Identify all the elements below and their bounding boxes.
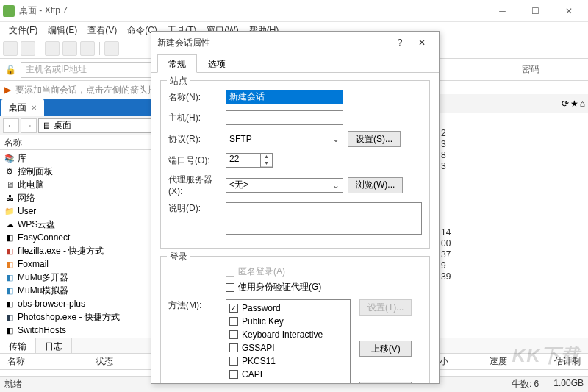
col-est[interactable]: 估计剩: [514, 355, 588, 368]
refresh-button[interactable]: ⟳: [562, 99, 569, 109]
home-button[interactable]: ⌂: [580, 99, 585, 109]
group-site: 站点 名称(N): 新建会话 主机(H): 协议(R): SFTP⌄ 设置(S)…: [160, 80, 430, 249]
group-label: 登录: [167, 251, 190, 263]
host-label: 主机(H):: [168, 112, 221, 124]
network-icon: 🖧: [4, 193, 15, 203]
minimize-button[interactable]: ─: [486, 1, 519, 21]
app-icon: ◧: [4, 259, 15, 269]
status-size: 1.00GB: [553, 378, 584, 391]
maximize-button[interactable]: ☐: [519, 1, 552, 21]
proxy-label: 代理服务器(X):: [168, 174, 221, 196]
status-ready: 就绪: [4, 378, 22, 391]
spin-down-icon[interactable]: ▼: [261, 160, 272, 167]
new-session-dialog: 新建会话属性 ? ✕ 常规 选项 站点 名称(N): 新建会话 主机(H): 协…: [151, 31, 440, 384]
app-icon: ◧: [4, 246, 15, 256]
col-speed[interactable]: 速度: [456, 355, 514, 368]
path-text: 桌面: [54, 119, 71, 132]
protocol-label: 协议(R):: [168, 133, 221, 146]
group-login: 登录 匿名登录(A) 使用身份验证代理(G) 方法(M): ✓Password …: [160, 256, 430, 383]
port-label: 端口号(O):: [168, 154, 221, 167]
col-name[interactable]: 名称: [0, 355, 88, 368]
close-tab-icon[interactable]: ✕: [31, 104, 37, 112]
help-button[interactable]: ?: [389, 38, 411, 48]
method-keyboard[interactable]: Keyboard Interactive: [229, 329, 347, 340]
method-capi[interactable]: CAPI: [229, 369, 347, 379]
toolbar-button[interactable]: [45, 41, 60, 56]
flag-icon: ▶: [4, 85, 11, 95]
back-button[interactable]: ←: [3, 118, 19, 133]
proxy-select[interactable]: <无>⌄: [226, 178, 343, 193]
tab-transfer[interactable]: 传输: [0, 338, 36, 353]
host-input[interactable]: [226, 110, 343, 125]
size-column-fragment: 2 3 8 3 14 00 37 9 39: [441, 128, 463, 282]
method-label: 方法(M):: [168, 299, 221, 312]
group-label: 站点: [167, 75, 190, 88]
toolbar-button[interactable]: [62, 41, 77, 56]
app-icon: ◧: [4, 312, 15, 322]
dialog-titlebar: 新建会话属性 ? ✕: [151, 32, 439, 54]
tab-log[interactable]: 日志: [36, 338, 72, 353]
method-gssapi[interactable]: GSSAPI: [229, 343, 347, 353]
password-label: 密码: [522, 63, 539, 76]
app-icon: ◧: [4, 272, 15, 282]
app-icon: ◧: [4, 285, 15, 296]
protocol-select[interactable]: SFTP⌄: [226, 132, 343, 146]
move-up-button[interactable]: 上移(V): [359, 341, 412, 357]
auth-methods-list: ✓Password Public Key Keyboard Interactiv…: [226, 299, 351, 383]
app-icon: ◧: [4, 299, 15, 309]
app-icon: ◧: [4, 232, 15, 243]
description-textarea[interactable]: [226, 202, 422, 235]
status-items: 牛数: 6: [512, 378, 539, 391]
cloud-icon: ☁: [4, 219, 15, 229]
host-placeholder: 主机名或IP地址: [26, 63, 87, 76]
separator: [40, 42, 40, 55]
menu-edit[interactable]: 编辑(E): [43, 23, 82, 38]
chevron-down-icon: ⌄: [332, 180, 340, 190]
control-panel-icon: ⚙: [4, 166, 15, 177]
forward-button[interactable]: →: [21, 118, 37, 133]
toolbar-button[interactable]: [3, 41, 18, 56]
separator: [99, 42, 100, 55]
move-down-button[interactable]: 下一个: [359, 382, 412, 383]
toolbar-button[interactable]: [80, 41, 95, 56]
spin-up-icon[interactable]: ▲: [261, 154, 272, 160]
anonymous-checkbox: 匿名登录(A): [226, 266, 422, 278]
auth-agent-checkbox[interactable]: 使用身份验证代理(G): [226, 281, 422, 293]
tab-options[interactable]: 选项: [197, 54, 237, 73]
dialog-tabs: 常规 选项: [151, 54, 439, 73]
method-password[interactable]: ✓Password: [229, 303, 347, 313]
menu-view[interactable]: 查看(V): [83, 23, 121, 38]
chevron-down-icon: ⌄: [332, 134, 340, 144]
dialog-title: 新建会话属性: [157, 37, 389, 49]
method-publickey[interactable]: Public Key: [229, 316, 347, 327]
folder-icon: 📚: [4, 153, 15, 163]
dialog-close-button[interactable]: ✕: [411, 38, 433, 48]
tab-label: 桌面: [9, 101, 26, 114]
proxy-browse-button[interactable]: 浏览(W)...: [348, 177, 403, 193]
toolbar-button[interactable]: [21, 41, 35, 56]
local-tab[interactable]: 桌面 ✕: [1, 99, 44, 116]
window-titlebar: 桌面 - Xftp 7 ─ ☐ ✕: [0, 0, 588, 22]
close-button[interactable]: ✕: [552, 1, 585, 21]
window-title: 桌面 - Xftp 7: [19, 4, 486, 17]
protocol-settings-button[interactable]: 设置(S)...: [348, 131, 401, 147]
name-input[interactable]: 新建会话: [226, 90, 343, 104]
app-icon: [3, 5, 15, 17]
method-pkcs11[interactable]: PKCS11: [229, 356, 347, 366]
toolbar-button[interactable]: [104, 41, 119, 56]
lock-icon: 🔓: [4, 64, 16, 76]
folder-icon: 📁: [4, 206, 15, 216]
desktop-icon: 🖥: [42, 121, 51, 131]
star-button[interactable]: ★: [570, 99, 578, 109]
pc-icon: 🖥: [4, 179, 15, 190]
app-icon: ◧: [4, 325, 15, 335]
name-label: 名称(N):: [168, 91, 221, 104]
port-spinner[interactable]: 22 ▲▼: [226, 153, 273, 168]
desc-label: 说明(D):: [168, 202, 221, 215]
method-settings-button: 设置(T)...: [359, 299, 412, 316]
tab-general[interactable]: 常规: [157, 54, 197, 73]
menu-file[interactable]: 文件(F): [4, 23, 42, 38]
